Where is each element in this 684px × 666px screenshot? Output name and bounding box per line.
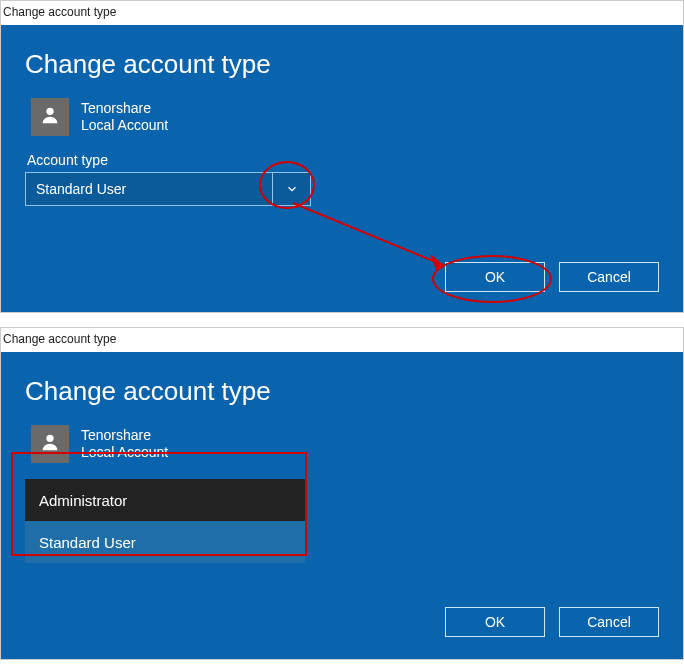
- user-name: Tenorshare: [81, 100, 168, 118]
- ok-button[interactable]: OK: [445, 262, 545, 292]
- user-row: Tenorshare Local Account: [31, 425, 659, 463]
- account-type-dropdown-list: Administrator Standard User: [25, 479, 305, 563]
- account-type-dropdown[interactable]: Standard User: [25, 172, 311, 206]
- svg-point-3: [46, 435, 53, 442]
- button-row: OK Cancel: [25, 262, 659, 292]
- account-type-label: Account type: [27, 152, 659, 168]
- page-heading: Change account type: [25, 49, 659, 80]
- button-row: OK Cancel: [25, 607, 659, 637]
- window-title: Change account type: [1, 1, 683, 25]
- svg-line-1: [293, 203, 443, 265]
- user-row: Tenorshare Local Account: [31, 98, 659, 136]
- user-kind: Local Account: [81, 444, 168, 462]
- panel-bottom: Change account type Change account type …: [0, 327, 684, 660]
- panel-body: Change account type Tenorshare Local Acc…: [1, 352, 683, 659]
- person-icon: [39, 431, 61, 457]
- window-title: Change account type: [1, 328, 683, 352]
- chevron-down-icon[interactable]: [272, 173, 310, 205]
- cancel-button[interactable]: Cancel: [559, 262, 659, 292]
- person-icon: [39, 104, 61, 130]
- svg-point-0: [46, 108, 53, 115]
- avatar: [31, 98, 69, 136]
- option-administrator[interactable]: Administrator: [25, 479, 305, 521]
- page-heading: Change account type: [25, 376, 659, 407]
- avatar: [31, 425, 69, 463]
- user-name: Tenorshare: [81, 427, 168, 445]
- user-meta: Tenorshare Local Account: [81, 100, 168, 135]
- ok-button[interactable]: OK: [445, 607, 545, 637]
- option-standard-user[interactable]: Standard User: [25, 521, 305, 563]
- panel-top: Change account type Change account type …: [0, 0, 684, 313]
- dropdown-selected: Standard User: [26, 173, 272, 205]
- user-kind: Local Account: [81, 117, 168, 135]
- user-meta: Tenorshare Local Account: [81, 427, 168, 462]
- panel-body: Change account type Tenorshare Local Acc…: [1, 25, 683, 312]
- cancel-button[interactable]: Cancel: [559, 607, 659, 637]
